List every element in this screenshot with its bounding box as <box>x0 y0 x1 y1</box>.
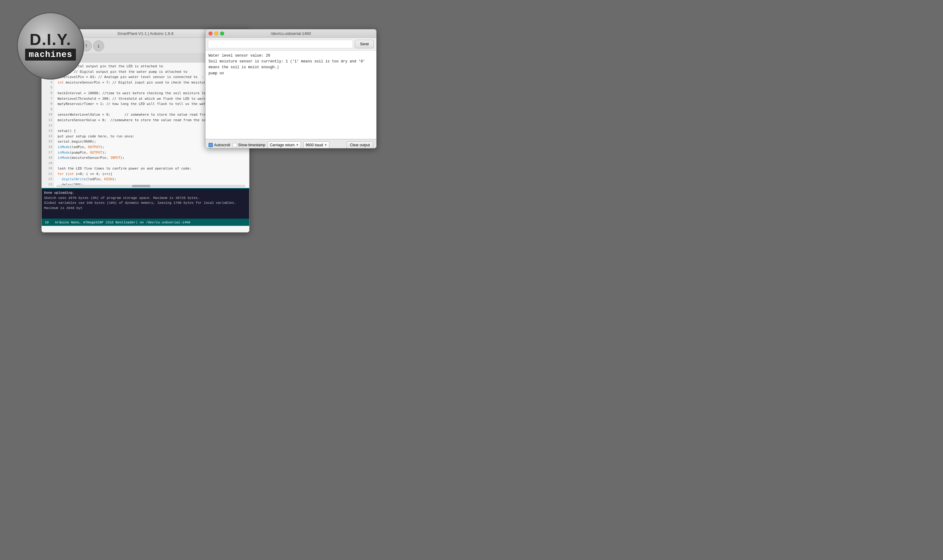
minimize-button[interactable] <box>214 32 218 35</box>
timestamp-label: Show timestamp <box>238 143 265 147</box>
carriage-return-chevron-icon: ▼ <box>296 143 299 146</box>
console-done-line: Done uploading. <box>44 190 247 195</box>
arduino-window-title: SmartPlant-V1-1 | Arduino 1.8.8 <box>117 31 173 36</box>
close-button[interactable] <box>208 32 213 35</box>
serial-monitor-window: /dev/cu.usbserial-1460 Send Water level … <box>205 29 377 148</box>
autoscroll-container: ✓ Autoscroll <box>208 143 230 147</box>
carriage-return-label: Carriage return <box>270 143 294 147</box>
baud-rate-select[interactable]: 9600 baud ▼ <box>304 142 330 149</box>
serial-titlebar: /dev/cu.usbserial-1460 <box>205 29 376 38</box>
line-numbers: 1234567891011121314151617181920212223242… <box>42 62 54 188</box>
serial-input-field[interactable] <box>208 40 353 48</box>
output-line-3: pump on <box>208 71 373 77</box>
line-number: 10 <box>45 221 49 224</box>
clear-output-button[interactable]: Clear output <box>347 142 373 149</box>
baud-rate-chevron-icon: ▼ <box>324 143 327 146</box>
code-horizontal-scrollbar[interactable] <box>56 185 245 187</box>
board-info: Arduino Nano, ATmega328P (Old Bootloader… <box>55 221 190 224</box>
serial-window-title: /dev/cu.usbserial-1460 <box>271 31 311 36</box>
console-output: Done uploading. Sketch uses 2970 bytes (… <box>42 188 249 218</box>
console-line1: Sketch uses 2970 bytes (9%) of program s… <box>44 195 247 201</box>
output-line-2: Soil moisture sensor is currently: 1 ('1… <box>208 59 373 71</box>
output-line-1: Water level sensor value: 26 <box>208 53 373 59</box>
serial-output-area: Water level sensor value: 26 Soil moistu… <box>205 51 376 139</box>
send-button[interactable]: Send <box>355 40 374 48</box>
diy-machines-logo: D.I.Y. machines <box>17 12 84 80</box>
timestamp-checkbox[interactable] <box>233 143 237 147</box>
serial-footer: ✓ Autoscroll Show timestamp Carriage ret… <box>205 139 376 148</box>
serial-input-bar: Send <box>205 38 376 51</box>
arduino-status-bar: 10 Arduino Nano, ATmega328P (Old Bootloa… <box>42 218 249 226</box>
diy-text: D.I.Y. <box>30 32 71 48</box>
console-line2: Global variables use 340 bytes (16%) of … <box>44 200 247 211</box>
save-button[interactable]: ↓ <box>93 40 104 51</box>
machines-text: machines <box>25 49 76 61</box>
timestamp-container: Show timestamp <box>233 143 265 147</box>
baud-rate-label: 9600 baud <box>305 143 323 147</box>
maximize-button[interactable] <box>220 32 224 35</box>
autoscroll-label: Autoscroll <box>214 143 230 147</box>
autoscroll-checkbox[interactable]: ✓ <box>208 143 213 147</box>
carriage-return-select[interactable]: Carriage return ▼ <box>268 142 301 149</box>
